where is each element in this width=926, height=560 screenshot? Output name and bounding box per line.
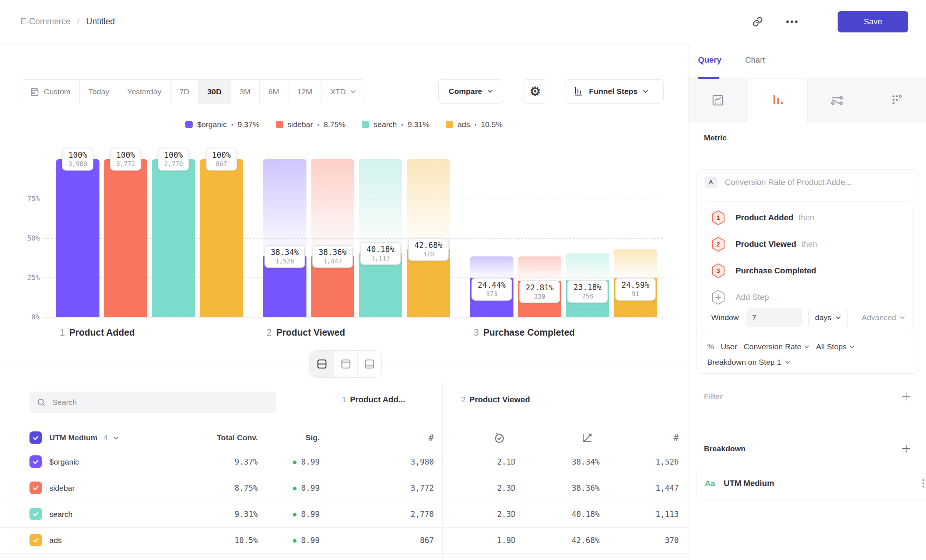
step-hexagon-badge: 1: [711, 210, 725, 226]
row-checkbox[interactable]: [29, 534, 42, 546]
step-name: Product Added: [69, 327, 135, 338]
kebab-menu-icon[interactable]: [920, 476, 926, 490]
window-value-input[interactable]: [746, 308, 802, 327]
window-unit-select[interactable]: days: [808, 308, 848, 327]
avg-time-column-icon[interactable]: [493, 432, 505, 443]
measure-scope-dropdown[interactable]: All Steps: [816, 342, 855, 351]
funnel-bar-organic-step1[interactable]: [56, 159, 100, 317]
funnel-bar-ghost: [566, 253, 609, 280]
layout-split-button[interactable]: [310, 351, 334, 377]
breakdown-on-dropdown[interactable]: Breakdown on Step 1: [707, 358, 790, 366]
funnels-icon: [771, 94, 784, 106]
ellipsis-icon: [786, 20, 798, 24]
query-step-1[interactable]: 1Product Addedthen: [711, 210, 814, 226]
advanced-label: Advanced: [862, 313, 896, 322]
search-input[interactable]: [51, 398, 269, 407]
chevron-down-icon: [113, 437, 119, 440]
share-link-button[interactable]: [750, 14, 765, 29]
tab-insights[interactable]: [688, 79, 748, 122]
add-breakdown-button[interactable]: [901, 444, 911, 454]
bar-count: 373: [478, 290, 506, 298]
funnel-bar-ghost: [359, 159, 402, 253]
add-step-button[interactable]: Add Step: [711, 289, 769, 305]
table-row-search[interactable]: search9.31%2,7702.3D40.18%1,1130.99: [0, 501, 688, 528]
bar-count: 867: [212, 160, 231, 168]
step-hexagon-badge: 2: [711, 236, 725, 252]
bar-pct: 100%: [68, 151, 87, 159]
bar-pct: 100%: [164, 151, 183, 159]
query-step-2[interactable]: 2Product Viewedthen: [711, 236, 817, 252]
step1-count-cell: 867: [353, 536, 434, 545]
total-conv-header[interactable]: Total Conv.: [199, 433, 258, 442]
funnel-bar-ghost: [614, 250, 657, 278]
count-column-icon[interactable]: #: [642, 433, 679, 443]
measure-metric-dropdown[interactable]: Conversion Rate: [744, 342, 809, 351]
table-row-organic[interactable]: $organic9.37%3,9802.1D38.34%1,5260.99: [0, 449, 688, 475]
layout-chart-only-button[interactable]: [334, 351, 357, 377]
chevron-down-icon: [804, 345, 809, 348]
tab-funnels[interactable]: [748, 79, 808, 122]
bar-count: 370: [415, 251, 442, 258]
breakdown-section: Breakdown: [704, 444, 911, 454]
advanced-toggle[interactable]: Advanced: [862, 313, 905, 322]
breakdown-item[interactable]: Aa UTM Medium: [696, 467, 926, 500]
layout-bottom-panel-icon: [364, 359, 375, 369]
row-name: search: [49, 510, 73, 519]
filter-heading: Filter: [704, 392, 723, 401]
sig-header[interactable]: Sig.: [268, 433, 320, 442]
table-row-ads[interactable]: ads10.5%8671.9D42.68%3700.99: [0, 527, 688, 554]
step-event-name: Product Viewed: [735, 239, 796, 249]
bar-value-label: 38.36%1,447: [312, 245, 353, 268]
row-checkbox[interactable]: [29, 456, 42, 468]
save-button[interactable]: Save: [838, 11, 908, 32]
row-checkbox[interactable]: [29, 481, 42, 494]
bar-pct: 100%: [116, 151, 135, 159]
metric-letter-badge: A: [705, 177, 717, 188]
bar-pct: 40.18%: [366, 245, 395, 254]
funnel-bar-search-step1[interactable]: [152, 159, 195, 317]
count-column-icon[interactable]: #: [397, 433, 434, 443]
insights-icon: [712, 94, 724, 106]
bar-count: 91: [621, 290, 649, 298]
more-options-button[interactable]: [784, 18, 800, 26]
select-all-checkbox[interactable]: [29, 431, 42, 444]
sig-value: 0.99: [301, 457, 320, 466]
row-name: sidebar: [49, 484, 75, 493]
chevron-down-icon: [785, 361, 790, 364]
bar-pct: 38.36%: [319, 248, 346, 257]
breakdown-on-label: Breakdown on Step 1: [707, 358, 781, 366]
conv-rate-column-icon[interactable]: [581, 432, 593, 443]
step-name: Product Add...: [350, 395, 405, 404]
tab-chart[interactable]: Chart: [745, 55, 765, 65]
bar-value-label: 40.18%1,113: [360, 242, 401, 265]
group-count: 4: [103, 433, 108, 442]
funnel-bar-ads-step1[interactable]: [200, 159, 243, 317]
group-label: UTM Medium: [49, 433, 98, 442]
step2-count-cell: 1,113: [598, 510, 679, 519]
avg-time-cell: 1.9D: [435, 536, 516, 545]
y-axis-label: 75%: [18, 195, 40, 203]
table-row-sidebar[interactable]: sidebar8.75%3,7722.3D38.36%1,4470.99: [0, 475, 688, 501]
step-name: Product Viewed: [469, 395, 530, 404]
step-then-suffix: then: [799, 213, 814, 222]
row-checkbox[interactable]: [29, 508, 42, 520]
table-step2-header: 2Product Viewed: [461, 395, 530, 404]
bar-pct: 100%: [212, 151, 231, 159]
tab-retention[interactable]: [867, 79, 926, 122]
step2-count-cell: 370: [598, 536, 679, 545]
y-axis-label: 50%: [18, 234, 40, 242]
funnel-bar-sidebar-step1[interactable]: [104, 159, 147, 317]
measure-entity[interactable]: User: [721, 342, 737, 351]
x-axis-step-label: 3Purchase Completed: [474, 327, 575, 338]
metric-title-row[interactable]: A Conversion Rate of Product Adde...: [705, 177, 852, 188]
layout-table-only-button[interactable]: [357, 351, 381, 377]
bar-count: 1,447: [319, 257, 346, 265]
query-step-3[interactable]: 3Purchase Completed: [711, 263, 816, 278]
add-filter-button[interactable]: [901, 392, 911, 401]
step1-count-cell: 3,772: [353, 484, 434, 493]
step1-count-cell: 2,770: [353, 510, 434, 519]
tab-query[interactable]: Query: [698, 55, 722, 65]
avg-time-cell: 2.1D: [435, 457, 516, 466]
group-column-header[interactable]: UTM Medium 4: [49, 433, 119, 442]
tab-flows[interactable]: [808, 79, 867, 122]
